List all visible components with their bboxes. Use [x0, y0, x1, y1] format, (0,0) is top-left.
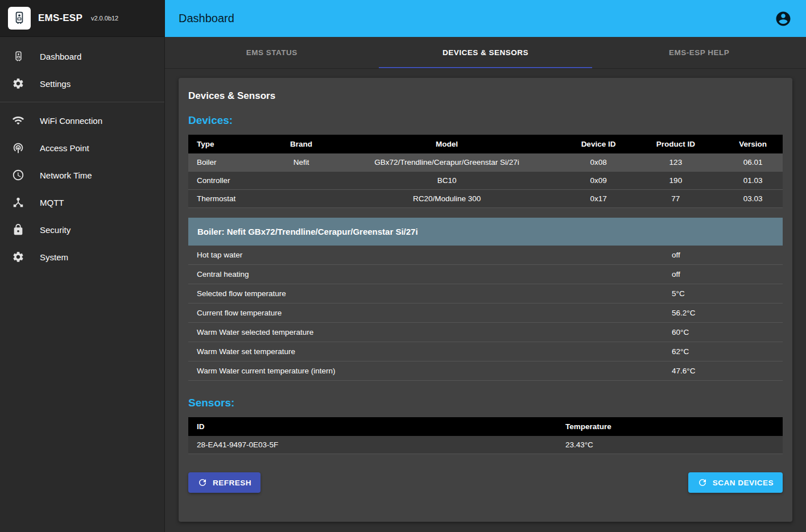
cell-model: RC20/Moduline 300: [325, 190, 568, 208]
page-title: Dashboard: [179, 12, 234, 25]
detail-label: Selected flow temperature: [188, 284, 672, 303]
cell-brand: Nefit: [278, 153, 325, 172]
cell-product-id: 190: [628, 172, 723, 190]
table-row-sensor: 28-EA41-9497-0E03-5F 23.43°C: [188, 436, 783, 454]
cell-type: Boiler: [188, 153, 278, 172]
table-row-thermostat[interactable]: Thermostat RC20/Moduline 300 0x17 77 03.…: [188, 190, 783, 208]
sidebar-item-settings[interactable]: Settings: [0, 70, 164, 97]
cell-version: 03.03: [723, 190, 783, 208]
detail-label: Warm Water set temperature: [188, 342, 672, 361]
detail-row: Warm Water set temperature 62°C: [188, 342, 783, 361]
column-header-temperature: Temperature: [557, 417, 783, 436]
detail-value: off: [672, 246, 783, 264]
sidebar-item-label: WiFi Connection: [40, 116, 102, 126]
tab-ems-esp-help[interactable]: EMS-ESP HELP: [592, 37, 806, 68]
detail-row: Current flow temperature 56.2°C: [188, 304, 783, 323]
table-row-boiler[interactable]: Boiler Nefit GBx72/Trendline/Cerapur/Gre…: [188, 153, 783, 172]
detail-label: Warm Water selected temperature: [188, 323, 672, 342]
scan-devices-button[interactable]: SCAN DEVICES: [688, 472, 783, 493]
column-header-model: Model: [325, 135, 568, 153]
dashboard-icon: [11, 49, 25, 63]
cell-product-id: 77: [628, 190, 723, 208]
cell-type: Controller: [188, 172, 278, 190]
sidebar-item-dashboard[interactable]: Dashboard: [0, 43, 164, 70]
detail-label: Warm Water current temperature (intern): [188, 361, 672, 380]
detail-row: Warm Water current temperature (intern) …: [188, 361, 783, 381]
detail-label: Hot tap water: [188, 246, 672, 264]
sidebar-item-security[interactable]: Security: [0, 216, 164, 243]
scan-devices-button-label: SCAN DEVICES: [713, 479, 774, 487]
column-header-id: ID: [188, 417, 557, 436]
devices-sensors-card: Devices & Sensors Devices: Type Brand Mo…: [179, 78, 792, 522]
detail-value: 56.2°C: [672, 304, 783, 322]
sidebar-item-network-time[interactable]: Network Time: [0, 161, 164, 189]
tab-ems-status[interactable]: EMS STATUS: [165, 37, 379, 68]
detail-row: Warm Water selected temperature 60°C: [188, 323, 783, 342]
device-detail-list: Hot tap water off Central heating off Se…: [188, 246, 783, 381]
sidebar-item-wifi-connection[interactable]: WiFi Connection: [0, 107, 164, 134]
sidebar-header: EMS-ESP v2.0.0b12: [0, 0, 164, 37]
detail-value: 5°C: [672, 284, 783, 303]
column-header-type: Type: [188, 135, 278, 153]
cell-version: 06.01: [723, 153, 783, 172]
sidebar-nav: Dashboard Settings WiFi Connection Acc: [0, 37, 164, 276]
cell-device-id: 0x17: [569, 190, 629, 208]
tab-devices-sensors[interactable]: DEVICES & SENSORS: [379, 37, 593, 68]
app-root: EMS-ESP v2.0.0b12 Dashboard Settings: [0, 0, 806, 532]
card-title: Devices & Sensors: [188, 90, 783, 102]
lock-icon: [11, 223, 25, 236]
cell-brand: [278, 190, 325, 208]
refresh-button[interactable]: REFRESH: [188, 472, 261, 493]
column-header-brand: Brand: [278, 135, 325, 153]
appbar: Dashboard: [165, 0, 806, 37]
scan-icon: [697, 477, 708, 488]
sidebar-item-access-point[interactable]: Access Point: [0, 134, 164, 161]
app-logo: [8, 7, 31, 30]
sidebar-item-label: Access Point: [40, 143, 89, 153]
sidebar-item-system[interactable]: System: [0, 243, 164, 271]
app-title: EMS-ESP: [38, 13, 82, 24]
detail-value: 60°C: [672, 323, 783, 342]
cell-model: GBx72/Trendline/Cerapur/Greenstar Si/27i: [325, 153, 568, 172]
cell-sensor-id: 28-EA41-9497-0E03-5F: [188, 436, 557, 454]
detail-row: Selected flow temperature 5°C: [188, 284, 783, 304]
sidebar-item-label: Network Time: [40, 171, 92, 180]
table-row-controller[interactable]: Controller BC10 0x09 190 01.03: [188, 172, 783, 190]
sidebar-item-label: Dashboard: [40, 52, 81, 61]
account-circle-icon: [775, 10, 792, 27]
sidebar-item-label: Settings: [40, 79, 71, 89]
clock-icon: [11, 168, 25, 182]
account-button[interactable]: [774, 10, 792, 28]
tab-bar: EMS STATUS DEVICES & SENSORS EMS-ESP HEL…: [165, 37, 806, 68]
devices-table: Type Brand Model Device ID Product ID Ve…: [188, 135, 783, 208]
sidebar-item-label: System: [40, 252, 68, 262]
gear-icon: [11, 250, 25, 264]
detail-row: Central heating off: [188, 265, 783, 284]
detail-label: Central heating: [188, 265, 672, 284]
content-area: Devices & Sensors Devices: Type Brand Mo…: [165, 68, 806, 532]
sidebar-item-label: Security: [40, 225, 71, 235]
access-point-icon: [11, 141, 25, 155]
cell-device-id: 0x08: [569, 153, 629, 172]
sensors-heading: Sensors:: [188, 397, 783, 409]
column-header-device-id: Device ID: [569, 135, 629, 153]
sidebar-item-mqtt[interactable]: MQTT: [0, 189, 164, 216]
cell-version: 01.03: [723, 172, 783, 190]
cell-device-id: 0x09: [569, 172, 629, 190]
detail-value: off: [672, 265, 783, 284]
cell-sensor-temperature: 23.43°C: [557, 436, 783, 454]
refresh-icon: [197, 477, 208, 488]
devices-heading: Devices:: [188, 114, 783, 127]
sidebar-item-label: MQTT: [40, 198, 64, 207]
boiler-logo-icon: [12, 11, 27, 26]
cell-brand: [278, 172, 325, 190]
app-version: v2.0.0b12: [91, 15, 118, 22]
cell-product-id: 123: [628, 153, 723, 172]
actions-row: REFRESH SCAN DEVICES: [188, 472, 783, 493]
device-hub-icon: [11, 196, 25, 209]
sensors-table-header-row: ID Temperature: [188, 417, 783, 436]
detail-value: 47.6°C: [672, 361, 783, 380]
column-header-version: Version: [723, 135, 783, 153]
detail-row: Hot tap water off: [188, 246, 783, 265]
wifi-icon: [11, 114, 25, 127]
